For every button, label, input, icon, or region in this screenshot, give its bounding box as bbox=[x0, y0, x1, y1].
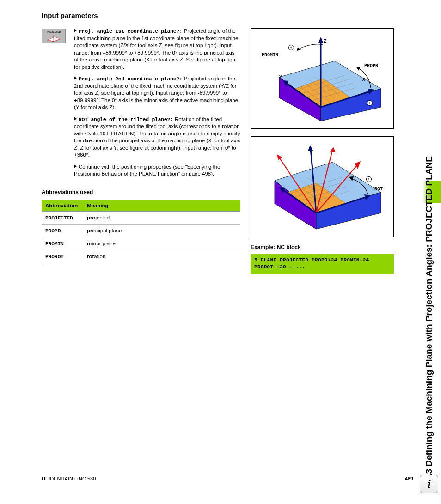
projected-icon: PROJECTED bbox=[42, 29, 66, 43]
meaning-cell: rotation bbox=[83, 250, 240, 263]
fig-label-rot: ROT bbox=[374, 187, 383, 192]
param-item: ROT angle of the tilted plane?: Rotation… bbox=[74, 116, 240, 159]
plus-icon: + bbox=[288, 45, 294, 50]
triangle-bullet-icon bbox=[74, 76, 77, 80]
abbrev-cell: PROROT bbox=[42, 250, 83, 263]
svg-marker-22 bbox=[297, 47, 301, 51]
param-item: Continue with the positioning properties… bbox=[74, 164, 240, 178]
figure-top-svg bbox=[251, 29, 393, 128]
right-column: PROMIN + Z PROPR X Y + bbox=[251, 28, 394, 274]
table-row: PROMIN minor plane bbox=[42, 237, 240, 250]
plus-icon: + bbox=[367, 100, 373, 106]
page-footer: HEIDENHAIN iTNC 530 489 bbox=[42, 476, 413, 481]
param-text: Rotation of the tilted coordinate system… bbox=[74, 116, 240, 158]
table-row: PROPR principal plane bbox=[42, 224, 240, 237]
param-text: Continue with the positioning properties… bbox=[74, 164, 220, 177]
table-header-row: Abbreviation Meaning bbox=[42, 200, 240, 212]
svg-marker-41 bbox=[330, 147, 336, 152]
section-heading: Input parameters bbox=[42, 12, 398, 19]
figure-top: PROMIN + Z PROPR X Y + bbox=[251, 28, 394, 129]
info-icon[interactable]: i bbox=[420, 475, 438, 493]
param-label: Proj. angle 2nd coordinate plane?: bbox=[79, 76, 182, 82]
figure-bottom-svg bbox=[251, 137, 393, 237]
svg-marker-23 bbox=[356, 67, 361, 71]
example-heading: Example: NC block bbox=[251, 244, 394, 250]
param-item: Proj. angle 2nd coordinate plane?: Proje… bbox=[74, 75, 240, 111]
triangle-bullet-icon bbox=[74, 29, 77, 32]
projected-icon-glyph bbox=[44, 34, 63, 42]
param-item: Proj. angle 1st coordinate plane?: Proje… bbox=[74, 28, 240, 71]
nc-block: 5 PLANE PROJECTED PROPR+24 PROMIN+24 PRO… bbox=[251, 254, 394, 274]
meaning-cell: projected bbox=[83, 211, 240, 224]
abbrev-table: Abbreviation Meaning PROJECTED projected… bbox=[42, 200, 240, 263]
table-header: Meaning bbox=[83, 200, 240, 212]
param-label: ROT angle of the tilted plane?: bbox=[79, 116, 173, 122]
triangle-bullet-icon bbox=[74, 117, 77, 121]
meaning-cell: minor plane bbox=[83, 237, 240, 250]
abbrev-heading: Abbreviations used bbox=[42, 189, 240, 195]
content-columns: PROJECTED Proj. angle 1st coordinate pla… bbox=[42, 28, 398, 274]
projected-icon-label: PROJECTED bbox=[47, 30, 61, 34]
svg-marker-37 bbox=[308, 145, 313, 151]
svg-marker-39 bbox=[277, 154, 282, 160]
abbrev-cell: PROJECTED bbox=[42, 211, 83, 224]
fig-label-propr: PROPR bbox=[364, 63, 378, 68]
fig-label-x: X bbox=[362, 77, 365, 82]
table-row: PROJECTED projected bbox=[42, 211, 240, 224]
plus-icon: + bbox=[366, 176, 372, 182]
page-number: 489 bbox=[405, 476, 413, 481]
page-content: Input parameters PROJECTED Proj. angle 1… bbox=[42, 12, 398, 274]
fig-label-y: Y bbox=[279, 75, 282, 80]
parameter-list: Proj. angle 1st coordinate plane?: Proje… bbox=[74, 28, 240, 178]
side-title: 9.3 Defining the Machining Plane with Pr… bbox=[421, 9, 437, 481]
abbrev-cell: PROPR bbox=[42, 224, 83, 237]
fig-label-promin: PROMIN bbox=[262, 53, 278, 58]
left-column: PROJECTED Proj. angle 1st coordinate pla… bbox=[42, 28, 240, 274]
table-row: PROROT rotation bbox=[42, 250, 240, 263]
table-header: Abbreviation bbox=[42, 200, 83, 212]
triangle-bullet-icon bbox=[74, 164, 77, 168]
footer-left: HEIDENHAIN iTNC 530 bbox=[42, 476, 96, 481]
param-label: Proj. angle 1st coordinate plane?: bbox=[79, 28, 182, 34]
param-text: Projected angle of the tilted machining … bbox=[74, 28, 238, 70]
figure-bottom: + ROT bbox=[251, 136, 394, 237]
fig-label-z: Z bbox=[324, 39, 326, 44]
meaning-cell: principal plane bbox=[83, 224, 240, 237]
abbrev-cell: PROMIN bbox=[42, 237, 83, 250]
side-title-text: 9.3 Defining the Machining Plane with Pr… bbox=[424, 156, 434, 481]
svg-marker-17 bbox=[318, 37, 323, 43]
